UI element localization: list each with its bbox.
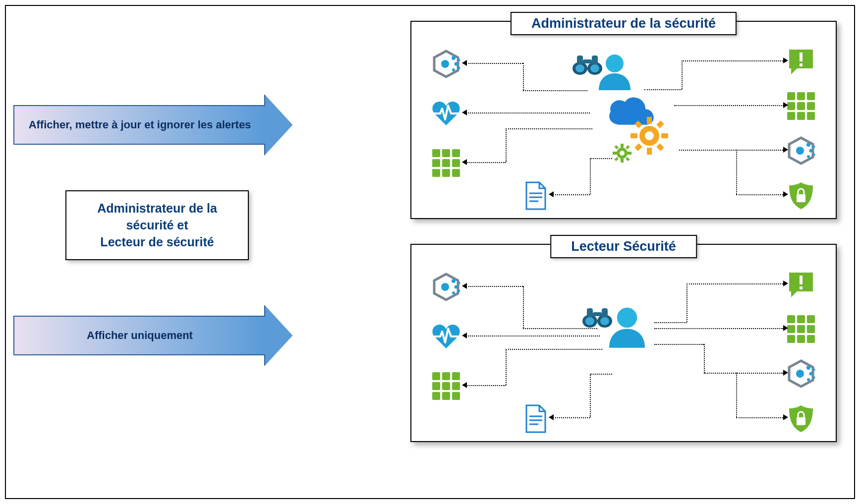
arrow-bottom-label: Afficher uniquement [87,329,193,342]
person-icon [605,304,649,349]
heartbeat-icon [431,322,461,351]
grid-tiles-icon [786,314,816,344]
gear-small-icon [612,143,632,163]
roles-line1: Administrateur de la [76,200,238,217]
hexagon-dots-icon [431,272,461,302]
grid-tiles-icon [786,91,816,121]
hexagon-dots-icon [431,49,461,79]
roles-line2: sécurité et [76,217,238,234]
hexagon-dots-icon [786,359,816,389]
hexagon-dots-icon [786,136,816,166]
heartbeat-icon [431,99,461,128]
roles-line3: Lecteur de sécurité [76,234,238,251]
roles-summary-box: Administrateur de la sécurité et Lecteur… [65,190,249,260]
panel-security-reader: Lecteur Sécurité [410,244,837,442]
shield-lock-icon [786,403,816,434]
gear-icon [630,116,672,158]
arrow-top-label: Afficher, mettre à jour et ignorer les a… [29,118,251,131]
alert-speech-icon [786,47,816,76]
panel-reader-title: Lecteur Sécurité [550,235,697,258]
person-icon [595,52,634,91]
grid-tiles-icon [431,371,461,401]
arrow-reader-capabilities: Afficher uniquement [13,316,292,355]
diagram-frame: Afficher, mettre à jour et ignorer les a… [5,5,855,499]
panel-admin-title: Administrateur de la sécurité [511,12,737,35]
arrow-admin-capabilities: Afficher, mettre à jour et ignorer les a… [13,105,292,145]
panel-security-admin: Administrateur de la sécurité [410,21,837,219]
alert-speech-icon [786,270,816,299]
document-icon [520,403,551,434]
shield-lock-icon [786,180,816,211]
grid-tiles-icon [431,148,461,178]
document-icon [520,180,551,211]
